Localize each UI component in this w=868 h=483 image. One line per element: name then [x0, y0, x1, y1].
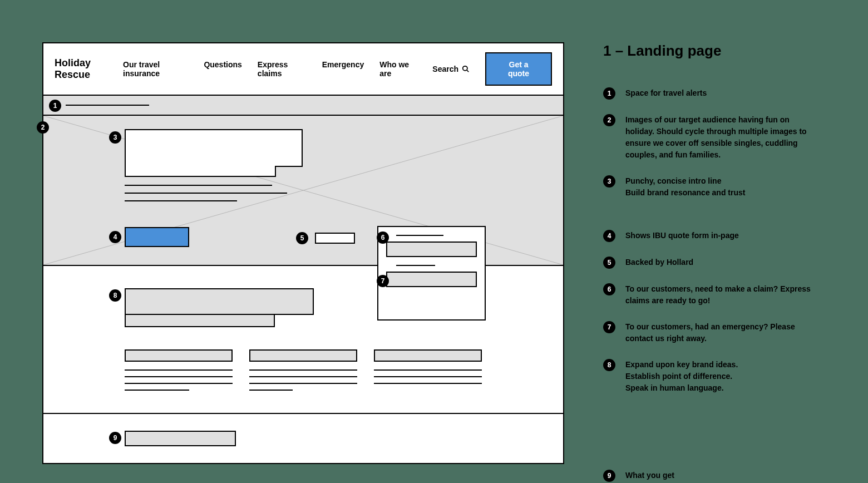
- annotation-row: 4 Shows IBU quote form in-page: [603, 230, 815, 242]
- nav-search[interactable]: Search: [432, 60, 470, 78]
- feature-columns: [125, 349, 482, 396]
- hero-headline-placeholder: [125, 129, 303, 167]
- marker-7: 7: [377, 275, 389, 287]
- section2-heading-placeholder: [125, 431, 236, 446]
- alert-placeholder-line: [66, 105, 149, 106]
- nav-who-we-are[interactable]: Who we are: [379, 60, 417, 78]
- annotation-row: 8 Expand upon key brand ideas. Establish…: [603, 359, 815, 394]
- travel-alert-bar: 1: [43, 96, 563, 116]
- nav-questions[interactable]: Questions: [204, 60, 241, 78]
- annotation-badge: 9: [603, 470, 615, 482]
- section-heading-placeholder: [125, 288, 314, 315]
- annotation-text: Expand upon key brand ideas. Establish p…: [625, 359, 738, 394]
- annotation-badge: 3: [603, 175, 615, 188]
- marker-2: 2: [37, 121, 49, 134]
- search-icon: [462, 65, 470, 73]
- get-quote-button[interactable]: Get a quote: [485, 52, 552, 86]
- main-nav: Our travel insurance Questions Express c…: [123, 60, 470, 78]
- annotation-text: Shows IBU quote form in-page: [625, 230, 739, 241]
- card-claim-button[interactable]: [386, 241, 477, 257]
- wireframe-canvas: Holiday Rescue Our travel insurance Ques…: [42, 42, 564, 464]
- hero-section: 2 3 4 5 6 7: [43, 116, 563, 266]
- brand-section: 8: [43, 266, 563, 413]
- hero-headline-notch: [125, 166, 276, 177]
- nav-emergency[interactable]: Emergency: [322, 60, 364, 78]
- annotation-text: Images of our target audience having fun…: [625, 114, 815, 161]
- brand-logo[interactable]: Holiday Rescue: [55, 57, 91, 80]
- what-you-get-section: 9: [43, 413, 563, 463]
- annotation-badge: 4: [603, 230, 615, 242]
- search-label: Search: [432, 65, 458, 73]
- feature-col-3: [374, 349, 482, 396]
- annotation-row: 9 What you get: [603, 470, 815, 482]
- nav-express-claims[interactable]: Express claims: [258, 60, 307, 78]
- marker-8: 8: [109, 289, 121, 302]
- annotation-row: 7 To our customers, had an emergency? Pl…: [603, 321, 815, 344]
- annotation-text: What you get: [625, 470, 674, 481]
- annotation-panel: 1 – Landing page 1 Space for travel aler…: [603, 42, 815, 483]
- svg-point-0: [463, 66, 467, 71]
- annotation-text: Backed by Hollard: [625, 257, 693, 268]
- marker-1: 1: [49, 100, 61, 112]
- backed-by-badge: [315, 233, 355, 244]
- annotation-badge: 1: [603, 87, 615, 100]
- annotation-badge: 8: [603, 359, 615, 371]
- annotation-badge: 6: [603, 283, 615, 295]
- annotation-badge: 2: [603, 114, 615, 126]
- annotation-row: 5 Backed by Hollard: [603, 257, 815, 269]
- marker-6: 6: [377, 231, 389, 244]
- annotation-row: 6 To our customers, need to make a claim…: [603, 283, 815, 307]
- feature-col-1: [125, 349, 233, 396]
- nav-travel-insurance[interactable]: Our travel insurance: [123, 60, 188, 78]
- section-heading-notch: [125, 315, 275, 327]
- marker-4: 4: [109, 231, 121, 243]
- annotation-row: 1 Space for travel alerts: [603, 87, 815, 100]
- annotation-badge: 7: [603, 321, 615, 333]
- marker-5: 5: [296, 232, 308, 244]
- annotation-text: Space for travel alerts: [625, 87, 707, 99]
- brand-line1: Holiday: [55, 57, 91, 69]
- site-header: Holiday Rescue Our travel insurance Ques…: [43, 43, 563, 96]
- hero-cta-button[interactable]: [125, 227, 189, 247]
- annotation-text: To our customers, had an emergency? Plea…: [625, 321, 815, 344]
- brand-line2: Rescue: [55, 69, 91, 81]
- annotation-text: To our customers, need to make a claim? …: [625, 283, 815, 307]
- annotation-text: Punchy, concise intro line Build brand r…: [625, 175, 745, 199]
- marker-3: 3: [109, 131, 121, 144]
- svg-line-1: [467, 70, 469, 72]
- annotation-row: 3 Punchy, concise intro line Build brand…: [603, 175, 815, 199]
- marker-9: 9: [109, 432, 121, 444]
- annotation-badge: 5: [603, 257, 615, 269]
- feature-col-2: [249, 349, 357, 396]
- annotation-row: 2 Images of our target audience having f…: [603, 114, 815, 161]
- annotation-title: 1 – Landing page: [603, 42, 815, 60]
- hero-body-lines: [125, 185, 287, 208]
